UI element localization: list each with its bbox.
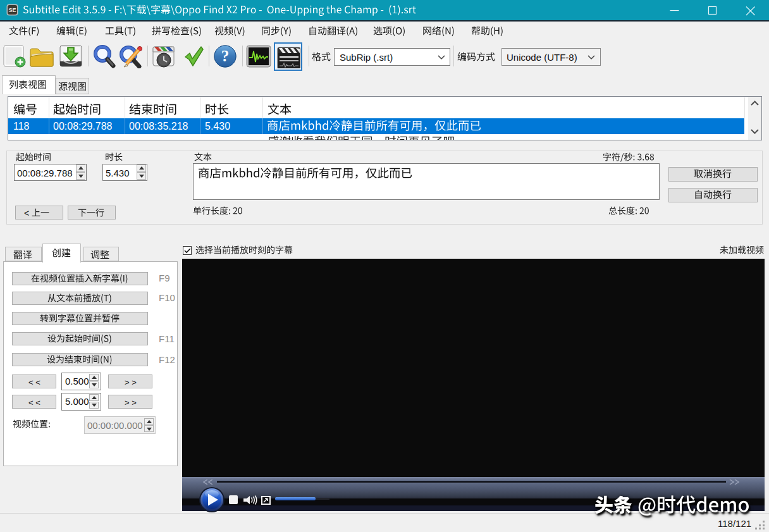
svg-text:?: ? xyxy=(221,47,230,65)
svg-text:SE: SE xyxy=(8,7,16,13)
